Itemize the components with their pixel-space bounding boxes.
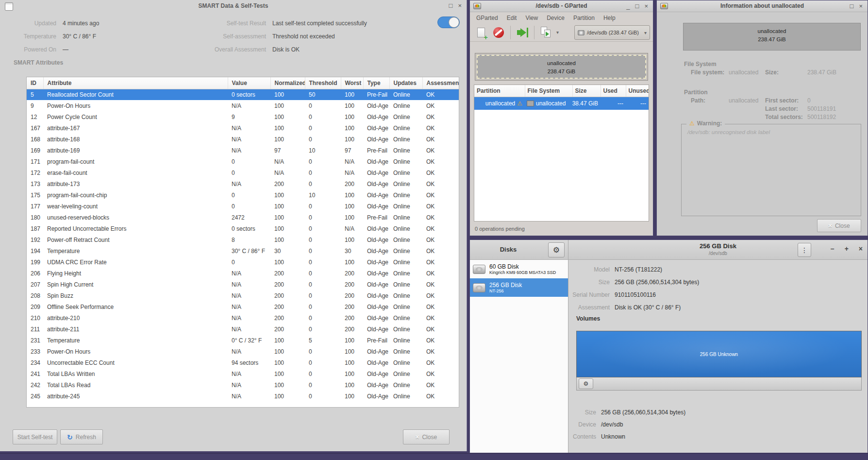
table-row[interactable]: 234Uncorrectable ECC Count94 sectors1000… [27,357,459,368]
cell-id: 206 [27,268,43,279]
restore-icon[interactable]: □ [449,1,453,10]
new-partition-button[interactable]: + [474,25,488,40]
column-header-normalized[interactable]: Normalized [270,77,305,89]
column-header-partition[interactable]: Partition [474,85,525,97]
cell-id: 241 [27,368,43,379]
table-row[interactable]: 180unused-reserved-blocks24721000100Pre-… [27,212,459,223]
paste-button[interactable] [539,25,553,40]
close-button[interactable]: × Close [817,219,861,232]
sidebar-item-60-gb-disk[interactable]: 60 GB DiskKingrich KM9 60GB MSATA3 SSD [470,260,568,278]
disk-settings-button[interactable]: ⚙ [548,242,565,257]
gparted-titlebar[interactable]: /dev/sdb - GParted _ □ × [470,0,653,12]
minimize-icon[interactable]: – [831,245,835,253]
volume-toolbar: ⚙ [576,377,862,391]
table-row[interactable]: 175program-fail-count-chip010010100Old-A… [27,189,459,201]
column-header-size[interactable]: Size [572,85,601,97]
column-header-used[interactable]: Used [601,85,626,97]
table-row[interactable]: 9Power-On HoursN/A1000100Old-AgeOnlineOK [27,100,459,111]
apply-operations-button[interactable] [515,25,530,40]
column-header-threshold[interactable]: Threshold [305,77,341,89]
table-row[interactable]: 168attribute-168N/A1000100Old-AgeOnlineO… [27,134,459,145]
restore-icon[interactable]: □ [850,2,854,11]
table-row[interactable]: 241Total LBAs WrittenN/A1000100Old-AgeOn… [27,368,459,379]
minimize-icon[interactable]: _ [626,2,630,11]
table-row[interactable]: 211attribute-211N/A2000200Old-AgeOnlineO… [27,324,459,335]
menu-partition[interactable]: Partition [569,13,599,23]
cell-updates: Online [389,256,422,268]
close-icon[interactable]: × [859,2,863,11]
menu-gparted[interactable]: GParted [472,13,502,23]
table-row[interactable]: 206Flying HeightN/A2000200Old-AgeOnlineO… [27,268,459,279]
table-row[interactable]: 192Power-off Retract Count81000100Old-Ag… [27,234,459,245]
disks-header[interactable]: 256 GB Disk /dev/sdb ⋮ – + × [568,240,868,260]
table-row[interactable]: 208Spin BuzzN/A2000200Old-AgeOnlineOK [27,290,459,301]
table-row[interactable]: 233Power-On HoursN/A1000100Old-AgeOnline… [27,346,459,357]
close-icon[interactable]: × [644,2,648,11]
paste-dropdown-icon[interactable]: ▾ [556,30,559,35]
table-row[interactable]: 172erase-fail-count0N/A0N/AOld-AgeOnline… [27,167,459,178]
menu-help[interactable]: Help [599,13,620,23]
drive-menu-button[interactable]: ⋮ [798,243,811,257]
table-row[interactable]: 209Offline Seek PerformanceN/A2000200Old… [27,301,459,312]
table-row[interactable]: 5Reallocated Sector Count0 sectors100501… [27,89,459,100]
restore-icon[interactable]: □ [635,2,639,11]
column-header-type[interactable]: Type [363,77,389,89]
close-icon[interactable]: × [859,245,863,253]
device-selector[interactable]: /dev/sdb (238.47 GiB) ▾ [574,25,650,40]
menu-edit[interactable]: Edit [502,13,521,23]
table-row[interactable]: 171program-fail-count0N/A0N/AOld-AgeOnli… [27,156,459,167]
unallocated-visual[interactable]: unallocated 238.47 GiB [477,55,646,79]
volume-bar[interactable]: 256 GB Unknown [576,331,862,377]
table-row[interactable]: 231Temperature0° C / 32° F1005100Pre-Fai… [27,335,459,346]
column-header-attribute[interactable]: Attribute [43,77,228,89]
disk-item-subtitle: NT-256 [489,289,522,294]
start-self-test-button[interactable]: Start Self-test [13,429,57,444]
column-header-value[interactable]: Value [228,77,270,89]
table-row[interactable]: 245attribute-245N/A1000100Old-AgeOnlineO… [27,391,459,402]
cell-threshold: 0 [305,122,341,134]
sidebar-item-256-gb-disk[interactable]: 256 GB DiskNT-256 [470,278,568,297]
cell-threshold: 0 [305,111,341,122]
volume-settings-button[interactable]: ⚙ [579,378,593,389]
table-row[interactable]: 194Temperature30° C / 86° F30030Old-AgeO… [27,245,459,256]
toolbar-separator [534,26,534,39]
detail-row-assessment: AssessmentDisk is OK (30° C / 86° F) [568,302,699,315]
close-button[interactable]: × Close [403,429,450,444]
partition-row[interactable]: unallocated ⚠ unallocated 238.47 GiB ---… [474,97,649,110]
filesystem-section-title: File System [684,61,717,68]
table-row[interactable]: 177wear-leveling-count01000100Old-AgeOnl… [27,201,459,212]
table-row[interactable]: 187Reported Uncorrectable Errors0 sector… [27,223,459,234]
column-header-unused[interactable]: Unused [626,85,649,97]
column-header-file-system[interactable]: File System [525,85,572,97]
partition-visual[interactable]: unallocated 238.47 GiB [475,53,648,81]
table-row[interactable]: 242Total LBAs ReadN/A1000100Old-AgeOnlin… [27,379,459,391]
close-icon[interactable]: × [458,1,462,10]
table-row[interactable]: 207Spin High CurrentN/A2000200Old-AgeOnl… [27,279,459,290]
cell-type: Old-Age [363,167,389,178]
table-row[interactable]: 199UDMA CRC Error Rate01000100Old-AgeOnl… [27,256,459,268]
delete-partition-button[interactable] [491,25,506,40]
arrow-head [520,28,526,37]
detail-row-device: Device/dev/sdb [568,419,685,431]
table-row[interactable]: 210attribute-210N/A2000200Old-AgeOnlineO… [27,312,459,324]
partition-section-title: Partition [684,89,708,96]
column-header-assessment[interactable]: Assessment [422,77,459,89]
paste-icon [540,27,552,38]
column-header-id[interactable]: ID [27,77,43,89]
table-row[interactable]: 169attribute-169N/A971097Pre-FailOnlineO… [27,145,459,156]
table-row[interactable]: 167attribute-167N/A1000100Old-AgeOnlineO… [27,122,459,134]
menu-device[interactable]: Device [542,13,569,23]
maximize-icon[interactable]: + [845,245,849,253]
table-row[interactable]: 173attribute-173N/A2000200Old-AgeOnlineO… [27,178,459,189]
cell-assessment: OK [422,234,459,245]
smart-enabled-toggle[interactable] [437,17,460,28]
table-row[interactable]: 12Power Cycle Count91000100Old-AgeOnline… [27,111,459,122]
refresh-button[interactable]: ↻ Refresh [60,429,103,444]
cell-attribute: program-fail-count [43,156,228,167]
smart-titlebar[interactable]: SMART Data & Self-Tests □ × [0,0,467,13]
info-titlebar[interactable]: Information about unallocated □ × [657,0,868,12]
column-header-worst[interactable]: Worst [341,77,363,89]
cell-type: Old-Age [363,256,389,268]
menu-view[interactable]: View [521,13,542,23]
column-header-updates[interactable]: Updates [389,77,422,89]
